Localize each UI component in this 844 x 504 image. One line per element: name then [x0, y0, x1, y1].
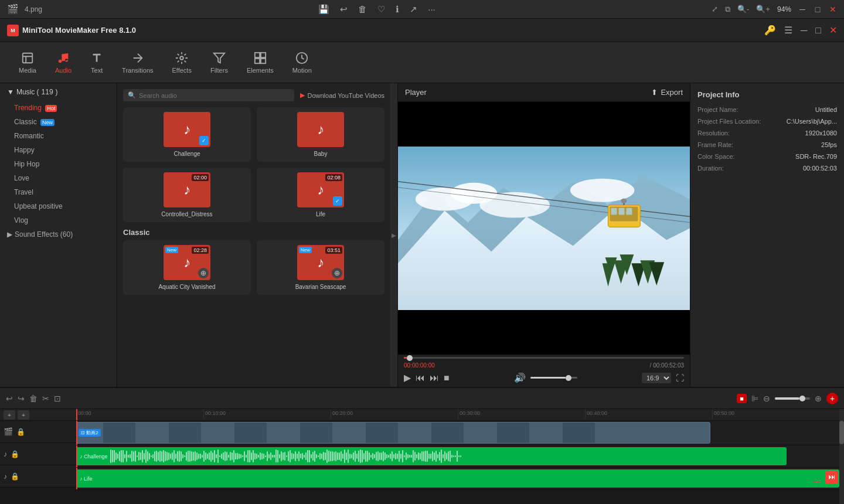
tl-magnet-button[interactable]: ■: [737, 394, 747, 403]
tl-zoom-out-button[interactable]: ⊖: [763, 394, 770, 403]
toolbar-media[interactable]: Media: [9, 48, 46, 77]
toolbar-audio[interactable]: Audio: [46, 48, 81, 77]
key-icon[interactable]: 🔑: [764, 25, 776, 36]
fullscreen-button[interactable]: ⛶: [676, 373, 684, 383]
close-button[interactable]: ✕: [829, 5, 837, 13]
audio2-track-lock[interactable]: 🔒: [11, 472, 19, 481]
audio-thumb-life[interactable]: ♪ 02:08 ✓: [297, 172, 344, 207]
zoom-out-icon[interactable]: 🔍-: [737, 5, 749, 13]
volume-slider[interactable]: [530, 377, 577, 379]
music-note-icon: ♪: [317, 182, 324, 198]
hot-badge: Hot: [45, 105, 57, 112]
audio1-track-icon: ♪: [4, 450, 7, 458]
share-icon[interactable]: ↗: [410, 4, 417, 15]
cat-upbeat[interactable]: Upbeat positive: [0, 199, 117, 213]
toolbar-motion[interactable]: Motion: [283, 48, 321, 77]
proj-framerate-label: Frame Rate:: [697, 141, 733, 148]
toolbar-transitions[interactable]: Transitions: [113, 48, 162, 77]
info-icon[interactable]: ℹ: [396, 4, 399, 15]
more-icon[interactable]: ···: [428, 4, 435, 14]
zoom-in-icon[interactable]: 🔍+: [756, 5, 770, 13]
next-frame-button[interactable]: ⏭: [430, 373, 439, 383]
undo-icon[interactable]: ↩: [340, 4, 348, 15]
svg-point-1: [180, 56, 183, 60]
tl-crop-button[interactable]: ⊡: [54, 394, 61, 403]
menu-icon[interactable]: ☰: [784, 25, 792, 36]
tl-zoom-slider[interactable]: [775, 397, 810, 400]
aspect-ratio-select[interactable]: 16:9 9:16 4:3 1:1: [642, 373, 671, 383]
audio2-clip[interactable]: ♪ Life: [76, 469, 839, 488]
yt-download-button[interactable]: ▶ Download YouTube Videos: [300, 91, 385, 99]
add-video-track-button[interactable]: +: [4, 410, 15, 420]
toolbar-elements[interactable]: Elements: [237, 48, 283, 77]
audio-thumb-baby[interactable]: ♪: [297, 112, 344, 147]
audio-thumb-controlled[interactable]: ♪ 02:00: [164, 172, 210, 207]
sound-effects[interactable]: ▶ Sound Effects (60): [0, 227, 117, 241]
cat-classic[interactable]: Classic New: [0, 115, 117, 129]
progress-track[interactable]: [404, 357, 684, 359]
export-button[interactable]: ⬆ Export: [651, 88, 683, 97]
cat-travel[interactable]: Travel: [0, 185, 117, 199]
cat-hiphop[interactable]: Hip Hop: [0, 157, 117, 171]
tl-undo-button[interactable]: ↩: [6, 394, 13, 403]
add-audio-track-button[interactable]: +: [18, 410, 29, 420]
main-content: ▼ Music (119) Trending Hot Classic New R…: [0, 83, 844, 387]
tl-mark-30: 00:30:00: [458, 409, 585, 419]
music-header[interactable]: ▼ Music (119): [0, 83, 117, 101]
expand-icon[interactable]: ⤢: [712, 5, 718, 13]
cat-love[interactable]: Love: [0, 171, 117, 185]
tl-redo-button[interactable]: ↪: [18, 394, 25, 403]
toolbar-text[interactable]: Text: [81, 48, 113, 77]
search-box[interactable]: 🔍: [123, 89, 294, 101]
video-clip[interactable]: ⊡ 動画2: [76, 422, 710, 444]
toolbar-effects[interactable]: Effects: [163, 48, 201, 77]
app-icon: 🎬: [7, 4, 19, 15]
svg-point-13: [570, 179, 635, 202]
cat-happy[interactable]: Happy: [0, 143, 117, 157]
add-aquatic-button[interactable]: ⊕: [198, 268, 209, 278]
progress-bar[interactable]: [398, 355, 690, 361]
add-bavarian-button[interactable]: ⊕: [332, 268, 342, 278]
tl-zoom-in-button[interactable]: ⊕: [815, 394, 822, 403]
minimize-button[interactable]: ─: [798, 5, 806, 13]
stop-button[interactable]: ■: [444, 373, 450, 383]
tl-split-track-button[interactable]: ⊫: [751, 394, 758, 403]
app-name: MiniTool MovieMaker Free 8.1.0: [22, 26, 136, 35]
tl-scrollbar[interactable]: [839, 409, 844, 504]
maximize-button[interactable]: □: [814, 5, 822, 13]
app-close-button[interactable]: ✕: [829, 25, 837, 36]
tl-delete-button[interactable]: 🗑: [29, 394, 38, 403]
audio-card-controlled: ♪ 02:00 Controlled_Distress: [123, 168, 251, 222]
tl-add-track-button[interactable]: +: [826, 393, 838, 404]
project-info-title: Project Info: [697, 90, 837, 99]
delete-icon[interactable]: 🗑: [358, 4, 367, 14]
audio-thumb-challenge[interactable]: ♪ ✓: [164, 112, 210, 147]
scrollbar-thumb[interactable]: [839, 421, 844, 444]
playback-controls: ▶ ⏮ ⏭ ■: [404, 372, 450, 383]
title-bar: 🎬 4.png 💾 ↩ 🗑 ♡ ℹ ↗ ··· ⤢ ⧉ 🔍- 🔍+ 94% ─ …: [0, 0, 844, 19]
play-button[interactable]: ▶: [404, 372, 411, 383]
audio1-track-lock[interactable]: 🔒: [11, 450, 19, 458]
panel-collapse-arrow[interactable]: ▶: [390, 83, 397, 387]
save-icon[interactable]: 💾: [318, 4, 329, 15]
audio-name-challenge: Challenge: [173, 151, 200, 157]
audio-thumb-bavarian[interactable]: ♪ 03:51 New ⊕: [297, 245, 344, 280]
video-track-lock[interactable]: 🔒: [16, 428, 25, 436]
title-bar-right: ⤢ ⧉ 🔍- 🔍+ 94% ─ □ ✕: [712, 5, 837, 14]
search-input[interactable]: [139, 92, 290, 99]
prev-frame-button[interactable]: ⏮: [416, 373, 425, 383]
app-maximize-button[interactable]: □: [815, 25, 821, 36]
proj-resolution-label: Resolution:: [697, 130, 730, 137]
favorite-icon[interactable]: ♡: [377, 4, 385, 15]
title-bar-center[interactable]: 💾 ↩ 🗑 ♡ ℹ ↗ ···: [318, 4, 435, 15]
toolbar-filters[interactable]: Filters: [201, 48, 237, 77]
app-minimize-button[interactable]: ─: [801, 25, 807, 36]
audio-thumb-aquatic[interactable]: ♪ 02:28 New ⊕: [164, 245, 210, 280]
cat-trending[interactable]: Trending Hot: [0, 101, 117, 115]
cat-romantic[interactable]: Romantic: [0, 129, 117, 143]
tl-split-button[interactable]: ✂: [42, 394, 49, 403]
pip-icon[interactable]: ⧉: [725, 5, 730, 14]
cat-vlog[interactable]: Vlog: [0, 213, 117, 227]
audio1-clip[interactable]: ♪ Challenge // Waveform bars rendered in…: [76, 447, 787, 465]
volume-icon[interactable]: 🔊: [514, 372, 526, 383]
